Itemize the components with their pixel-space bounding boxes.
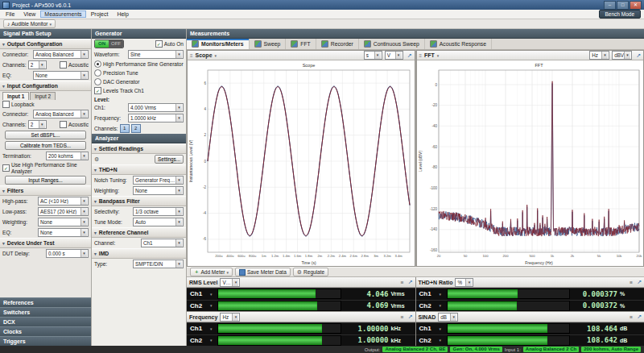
selectivity-select[interactable]: 1/3 octave ▾ [133, 207, 184, 216]
filters-header[interactable]: ▾ Filters [0, 185, 91, 196]
hp-sine-gen-radio[interactable] [94, 60, 101, 68]
expand-meter-icon[interactable]: ↗ [637, 279, 642, 285]
tune-mode-select[interactable]: Auto ▾ [133, 218, 184, 226]
close-button[interactable]: ✕ [630, 1, 642, 10]
input-config-header[interactable]: ▾ Input Configuration [0, 81, 91, 91]
channel-select-icon[interactable]: ▾ [440, 292, 444, 297]
input-channels-select[interactable]: 2 ▾ [28, 120, 47, 129]
imd-type-select[interactable]: SMPTE/DIN ▾ [133, 260, 184, 268]
auto-on-checkbox[interactable] [155, 40, 163, 48]
menu-help[interactable]: Help [113, 10, 132, 18]
channel-select-icon[interactable]: ▾ [440, 303, 444, 308]
bench-mode-button[interactable]: Bench Mode [599, 10, 642, 19]
high-pass-select[interactable]: AC (<10 Hz) ▾ [38, 197, 89, 206]
output-channels-select[interactable]: 2 ▾ [28, 60, 47, 69]
level-field[interactable]: 4.000 Vrms ▾ [128, 103, 184, 112]
channel-select-icon[interactable]: ▾ [210, 292, 215, 297]
reference-channel-select[interactable]: Ch1 ▾ [141, 239, 184, 247]
termination-select[interactable]: 200 kohms ▾ [46, 152, 89, 160]
expand-graph-icon[interactable]: ↗ [636, 52, 641, 59]
expand-graph-icon[interactable]: ↗ [407, 52, 412, 59]
reference-channel-header[interactable]: ▾ Reference Channel [92, 227, 186, 238]
panel-menu-icon[interactable]: ≡ [419, 53, 423, 58]
high-performance-sine-checkbox[interactable] [2, 164, 10, 172]
tab-continuous-sweep[interactable]: Continuous Sweep [359, 39, 425, 49]
input-acoustic-checkbox[interactable] [60, 121, 67, 128]
tab-input-2[interactable]: Input 2 [30, 92, 56, 100]
calibrate-teds-button[interactable]: Calibrate from TEDS... [5, 141, 86, 150]
fft-y-unit-select[interactable]: dBV ▾ [612, 51, 632, 60]
scope-x-unit-select[interactable]: s ▾ [364, 51, 382, 60]
meter-menu-icon[interactable]: ≡ [630, 314, 633, 320]
tab-recorder[interactable]: Recorder [316, 39, 359, 49]
meter-menu-icon[interactable]: ≡ [401, 280, 404, 285]
meter-unit-select[interactable]: dB ▾ [438, 313, 458, 322]
meter-unit-select[interactable]: Vrms ▾ [220, 278, 240, 287]
tab-fft[interactable]: FFT [286, 39, 316, 49]
levels-track-checkbox[interactable] [94, 87, 101, 94]
generator-header[interactable]: Generator [92, 29, 186, 39]
expand-meter-icon[interactable]: ↗ [637, 314, 642, 320]
audible-monitor-button[interactable]: ♪ Audible Monitor ▾ [3, 19, 56, 28]
save-meter-data-button[interactable]: Save Meter Data [235, 268, 291, 276]
signal-path-header[interactable]: Signal Path Setup [0, 29, 91, 39]
panel-dcx[interactable]: DCX [0, 317, 91, 326]
settled-settings-button[interactable]: Settings... [155, 155, 184, 164]
analyzer-header[interactable]: Analyzer [92, 134, 186, 143]
channel-select-icon[interactable]: ▾ [440, 338, 444, 343]
panel-clocks[interactable]: Clocks [0, 326, 91, 336]
set-dbspl-button[interactable]: Set dBSPL... [5, 131, 86, 139]
panel-switchers[interactable]: Switchers [0, 307, 91, 317]
generator-on-toggle[interactable]: ON OFF [94, 39, 124, 48]
imd-header[interactable]: ▾ IMD [92, 248, 186, 259]
maximize-button[interactable]: □ [617, 1, 629, 10]
channel-select-icon[interactable]: ▾ [210, 338, 215, 343]
meter-menu-icon[interactable]: ≡ [401, 314, 404, 320]
tab-acoustic-response[interactable]: Acoustic Response [425, 39, 492, 49]
low-pass-select[interactable]: AES17 (20 kHz) ▾ [38, 207, 89, 216]
output-acoustic-checkbox[interactable] [60, 61, 67, 69]
precision-tune-radio[interactable] [94, 69, 101, 77]
expand-meter-icon[interactable]: ↗ [408, 279, 413, 285]
thdn-header[interactable]: ▾ THD+N [92, 164, 186, 175]
scope-y-unit-select[interactable]: V ▾ [385, 51, 403, 60]
output-config-header[interactable]: ▾ Output Configuration [0, 39, 91, 49]
channel-select-icon[interactable]: ▾ [210, 303, 215, 308]
meter-unit-select[interactable]: Hz ▾ [220, 313, 240, 322]
filters-eq-select[interactable]: None ▾ [38, 228, 89, 237]
tab-sweep[interactable]: Sweep [250, 39, 287, 49]
menu-view[interactable]: View [19, 10, 39, 18]
input-connector-select[interactable]: Analog Balanced ▾ [33, 110, 89, 118]
output-eq-select[interactable]: None ▾ [33, 71, 89, 80]
output-connector-select[interactable]: Analog Balanced ▾ [33, 50, 89, 59]
channel-2-toggle[interactable]: 2 [131, 124, 141, 133]
bandpass-header[interactable]: ▾ Bandpass Filter [92, 196, 186, 206]
loopback-checkbox[interactable] [2, 101, 10, 108]
notch-tuning-select[interactable]: Generator Frequency ▾ [133, 176, 184, 185]
tab-input-1[interactable]: Input 1 [2, 92, 29, 100]
channel-select-icon[interactable]: ▾ [210, 326, 215, 331]
menu-file[interactable]: File [2, 10, 19, 18]
measurements-header[interactable]: Measurements [187, 29, 644, 39]
panel-triggers[interactable]: Triggers [0, 336, 91, 346]
dut-delay-field[interactable]: 0.000 s ▾ [46, 249, 89, 258]
scope-graph[interactable]: 200u400u600u800u1m1.2m1.4m1.6m1.8m2m2.2m… [188, 60, 415, 266]
channel-1-toggle[interactable]: 1 [120, 124, 130, 133]
regulate-button[interactable]: ⚙ Regulate [293, 268, 328, 276]
add-meter-button[interactable]: ＋ Add Meter ▾ [190, 268, 233, 276]
meter-menu-icon[interactable]: ≡ [630, 280, 633, 285]
generator-frequency-field[interactable]: 1.0000 kHz ▾ [128, 114, 184, 123]
waveform-select[interactable]: Sine ▾ [128, 50, 184, 59]
menu-project[interactable]: Project [87, 10, 113, 18]
channel-select-icon[interactable]: ▾ [440, 326, 444, 331]
expand-meter-icon[interactable]: ↗ [408, 314, 413, 320]
meter-unit-select[interactable]: % ▾ [455, 278, 473, 287]
dut-header[interactable]: ▾ Device Under Test [0, 238, 91, 248]
tab-monitors-meters[interactable]: Monitors/Meters [187, 39, 250, 49]
fft-graph[interactable]: 20501002005001k2k5k10k20k0-20-40-60-80-1… [417, 60, 644, 266]
dac-generator-radio[interactable] [94, 78, 101, 85]
menu-measurements[interactable]: Measurements [40, 10, 85, 18]
thdn-weighting-select[interactable]: None ▾ [133, 186, 184, 195]
panel-references[interactable]: References [0, 297, 91, 307]
fft-x-unit-select[interactable]: Hz ▾ [589, 51, 609, 60]
